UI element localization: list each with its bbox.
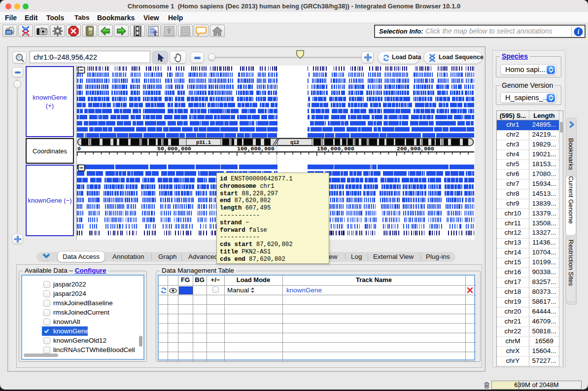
svg-text:i: i (578, 28, 580, 36)
svg-text:q12: q12 (290, 140, 299, 145)
svg-text:50,000,000: 50,000,000 (157, 145, 191, 152)
svg-text:100,000,000: 100,000,000 (237, 145, 275, 152)
svg-text:150,000,000: 150,000,000 (317, 145, 354, 152)
svg-text:200,000,000: 200,000,000 (397, 145, 434, 152)
svg-text:0: 0 (77, 145, 81, 152)
svg-text:p31.1: p31.1 (196, 140, 211, 145)
